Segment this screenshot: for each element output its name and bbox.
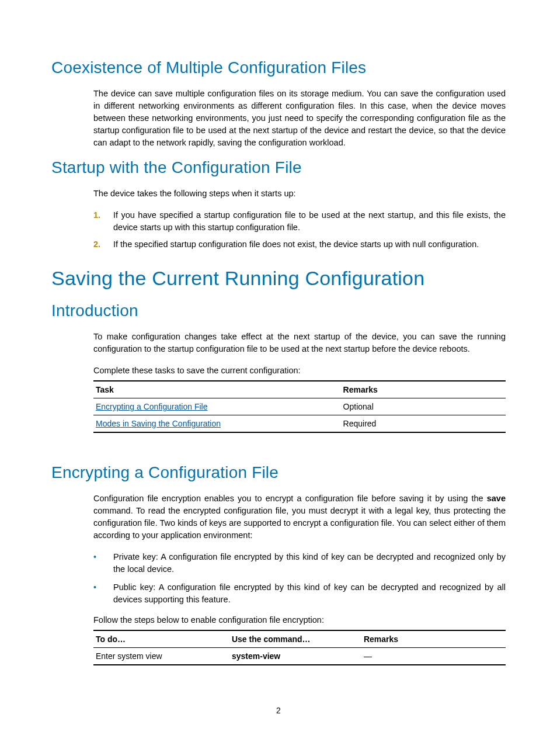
heading-saving: Saving the Current Running Configuration — [51, 267, 506, 290]
list-item: • Public key: A configuration file encry… — [93, 581, 506, 606]
list-item: • Private key: A configuration file encr… — [93, 551, 506, 575]
list-text: Public key: A configuration file encrypt… — [113, 581, 506, 606]
table-row: Enter system view system-view — — [93, 648, 506, 665]
list-item: 1. If you have specified a startup confi… — [93, 209, 506, 234]
text-fragment: command. To read the encrypted configura… — [93, 506, 506, 540]
bullet-icon: • — [93, 551, 99, 575]
table-cell-todo: Enter system view — [93, 648, 229, 665]
heading-coexistence: Coexistence of Multiple Configuration Fi… — [51, 58, 506, 77]
list-text: Private key: A configuration file encryp… — [113, 551, 506, 575]
bullet-icon: • — [93, 581, 99, 606]
link-encrypting-config[interactable]: Encrypting a Configuration File — [96, 402, 207, 411]
text-fragment: Configuration file encryption enables yo… — [93, 494, 487, 503]
para-startup-intro: The device takes the following steps whe… — [93, 188, 506, 200]
bold-save-command: save — [487, 494, 506, 503]
heading-startup: Startup with the Configuration File — [51, 158, 506, 177]
list-number: 2. — [93, 238, 102, 251]
link-modes-saving[interactable]: Modes in Saving the Configuration — [96, 419, 221, 428]
heading-encrypting: Encrypting a Configuration File — [51, 463, 506, 482]
table-cell-remarks: — — [361, 648, 506, 665]
table-row: Encrypting a Configuration File Optional — [93, 398, 506, 415]
table-header-todo: To do… — [93, 630, 229, 648]
para-introduction: To make configuration changes take effec… — [93, 331, 506, 355]
list-text: If you have specified a startup configur… — [113, 209, 506, 234]
list-number: 1. — [93, 209, 102, 234]
document-page: Coexistence of Multiple Configuration Fi… — [0, 0, 557, 665]
list-text: If the specified startup configuration f… — [113, 238, 506, 251]
command-table: To do… Use the command… Remarks Enter sy… — [93, 630, 506, 665]
para-encrypting: Configuration file encryption enables yo… — [93, 493, 506, 542]
para-task-table-intro: Complete these tasks to save the current… — [93, 365, 506, 377]
table-cell-remarks: Optional — [341, 398, 506, 415]
task-table: Task Remarks Encrypting a Configuration … — [93, 380, 506, 433]
table-cell-command: system-view — [229, 648, 361, 665]
page-number: 2 — [0, 706, 557, 715]
startup-steps-list: 1. If you have specified a startup confi… — [93, 209, 506, 251]
table-row: Modes in Saving the Configuration Requir… — [93, 415, 506, 433]
para-cmd-table-intro: Follow the steps below to enable configu… — [93, 614, 506, 626]
para-coexistence: The device can save multiple configurati… — [93, 88, 506, 149]
list-item: 2. If the specified startup configuratio… — [93, 238, 506, 251]
table-header-remarks: Remarks — [341, 381, 506, 398]
table-header-task: Task — [93, 381, 341, 398]
table-header-command: Use the command… — [229, 630, 361, 648]
table-header-remarks: Remarks — [361, 630, 506, 648]
heading-introduction: Introduction — [51, 301, 506, 320]
key-types-list: • Private key: A configuration file encr… — [93, 551, 506, 606]
table-cell-remarks: Required — [341, 415, 506, 433]
